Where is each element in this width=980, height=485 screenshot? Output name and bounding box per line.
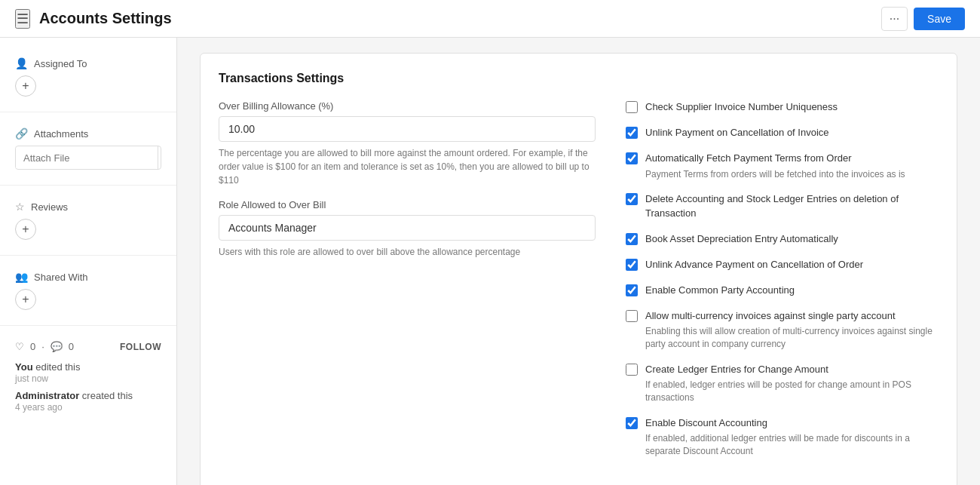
user-icon: 👤 [15,57,28,69]
checkbox-label-1: Check Supplier Invoice Number Uniqueness [645,100,838,114]
assigned-to-section: 👤 Assigned To + [0,50,176,104]
transactions-settings-card: Transactions Settings Over Billing Allow… [200,53,957,485]
main-layout: 👤 Assigned To + 🔗 Attachments + ☆ Review… [0,38,980,485]
activity-action-2: created this [82,390,133,401]
shared-with-section: 👥 Shared With + [0,263,176,318]
page-title: Accounts Settings [39,10,172,27]
role-input[interactable] [219,215,596,241]
checkbox-item-9: Create Ledger Entries for Change AmountI… [626,363,939,404]
divider-4 [0,325,176,326]
activity-action-1: edited this [35,361,80,373]
header-left: ☰ Accounts Settings [15,9,172,29]
reviews-section: ☆ Reviews + [0,193,176,247]
assigned-to-header: 👤 Assigned To [15,57,161,69]
checkbox-item-2: Unlink Payment on Cancellation of Invoic… [626,126,939,140]
sidebar-bottom: ♡ 0 · 💬 0 FOLLOW You edited this just no… [0,333,176,426]
activity-time-2: 4 years ago [15,402,161,413]
shared-with-add-button[interactable]: + [15,289,36,310]
checkbox-label-7: Enable Common Party Accounting [645,284,795,297]
checkbox-7[interactable] [626,284,638,296]
reviews-label: Reviews [31,201,68,213]
shared-icon: 👥 [15,271,28,283]
checkbox-item-8: Allow multi-currency invoices against si… [626,309,939,351]
checkbox-8[interactable] [626,310,638,322]
checkbox-label-10: Enable Discount AccountingIf enabled, ad… [645,416,939,458]
checkbox-item-7: Enable Common Party Accounting [626,284,939,297]
over-billing-label: Over Billing Allowance (%) [219,100,596,112]
checkbox-2[interactable] [626,127,638,139]
activity-user-2: Administrator [15,390,79,401]
comments-count: 0 [69,341,74,352]
checkbox-desc-9: If enabled, ledger entries will be poste… [645,379,939,404]
checkbox-9[interactable] [626,364,638,376]
checkbox-label-4: Delete Accounting and Stock Ledger Entri… [645,192,939,219]
attach-file-input[interactable] [16,148,158,168]
reviews-add-button[interactable]: + [15,219,36,240]
attachments-section: 🔗 Attachments + [0,120,176,177]
divider-2 [0,185,176,186]
over-billing-row: Over Billing Allowance (%) The percentag… [219,100,596,187]
like-bar: ♡ 0 · 💬 0 FOLLOW [15,341,161,352]
left-column: Over Billing Allowance (%) The percentag… [219,100,596,470]
activity-item-2: Administrator created this 4 years ago [15,390,161,413]
activity-item-1: You edited this just now [15,361,161,384]
save-button[interactable]: Save [914,8,965,30]
assigned-to-label: Assigned To [34,58,87,69]
content-area: Transactions Settings Over Billing Allow… [177,38,980,485]
attach-add-button[interactable]: + [158,146,161,169]
role-row: Role Allowed to Over Bill Users with thi… [219,199,596,259]
checkbox-6[interactable] [626,259,638,271]
checkbox-4[interactable] [626,193,638,205]
assigned-to-add-button[interactable]: + [15,75,36,97]
checkbox-desc-8: Enabling this will allow creation of mul… [645,325,939,351]
reviews-header: ☆ Reviews [15,201,161,213]
checkbox-10[interactable] [626,417,638,429]
shared-with-header: 👥 Shared With [15,271,161,283]
more-options-button[interactable]: ··· [881,7,908,31]
over-billing-description: The percentage you are allowed to bill m… [219,146,596,187]
checkbox-label-5: Book Asset Depreciation Entry Automatica… [645,232,838,246]
checkbox-item-3: Automatically Fetch Payment Terms from O… [626,152,939,180]
checkbox-item-10: Enable Discount AccountingIf enabled, ad… [626,416,939,458]
attachment-icon: 🔗 [15,127,28,140]
checkboxes-container: Check Supplier Invoice Number Uniqueness… [626,100,939,458]
reviews-icon: ☆ [15,201,25,213]
checkbox-label-8: Allow multi-currency invoices against si… [645,309,939,351]
checkbox-5[interactable] [626,233,638,245]
comment-icon: 💬 [51,341,63,352]
sidebar: 👤 Assigned To + 🔗 Attachments + ☆ Review… [0,38,177,485]
right-column: Check Supplier Invoice Number Uniqueness… [626,100,939,470]
hamburger-menu[interactable]: ☰ [15,9,30,29]
checkbox-label-3: Automatically Fetch Payment Terms from O… [645,152,905,180]
activity-time-1: just now [15,373,161,384]
section-title: Transactions Settings [219,72,939,85]
likes-count: 0 [30,341,35,352]
checkbox-label-2: Unlink Payment on Cancellation of Invoic… [645,126,829,140]
attach-file-row: + [15,146,161,170]
activity-user-1: You [15,361,33,373]
heart-icon: ♡ [15,341,24,352]
checkbox-item-4: Delete Accounting and Stock Ledger Entri… [626,192,939,219]
divider-3 [0,255,176,256]
checkbox-3[interactable] [626,152,638,164]
over-billing-input[interactable] [219,116,596,142]
checkbox-desc-3: Payment Terms from orders will be fetche… [645,168,905,181]
two-col-layout: Over Billing Allowance (%) The percentag… [219,100,939,470]
attachments-label: Attachments [34,128,88,140]
checkbox-label-9: Create Ledger Entries for Change AmountI… [645,363,939,404]
shared-with-label: Shared With [34,272,88,283]
checkbox-1[interactable] [626,101,638,113]
follow-button[interactable]: FOLLOW [120,342,161,352]
header-right: ··· Save [881,7,965,31]
checkbox-item-6: Unlink Advance Payment on Cancellation o… [626,258,939,272]
dot-separator: · [41,341,44,352]
checkbox-label-6: Unlink Advance Payment on Cancellation o… [645,258,863,272]
checkbox-desc-10: If enabled, additional ledger entries wi… [645,432,939,458]
divider-1 [0,112,176,112]
app-header: ☰ Accounts Settings ··· Save [0,0,980,38]
checkbox-item-1: Check Supplier Invoice Number Uniqueness [626,100,939,114]
role-label: Role Allowed to Over Bill [219,199,596,210]
attachments-header: 🔗 Attachments [15,127,161,140]
role-description: Users with this role are allowed to over… [219,245,596,259]
checkbox-item-5: Book Asset Depreciation Entry Automatica… [626,232,939,246]
